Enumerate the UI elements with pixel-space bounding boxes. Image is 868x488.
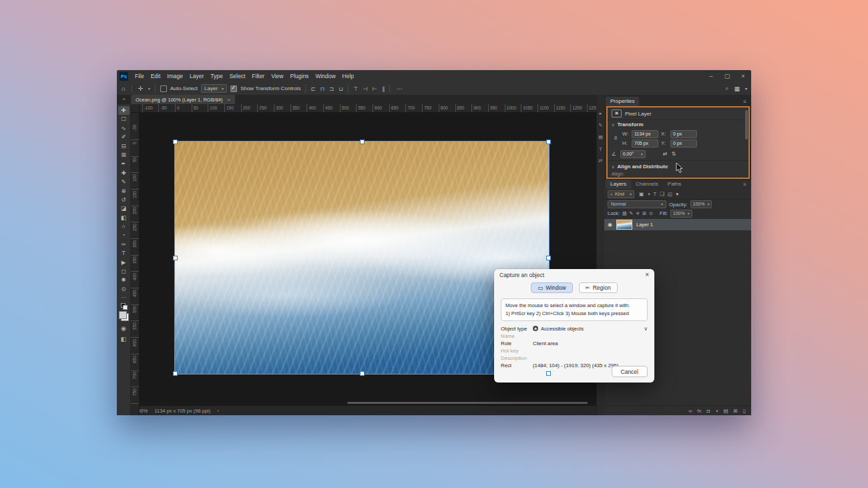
chevron-down-icon[interactable]: ∨ — [644, 326, 648, 332]
panel-menu-icon[interactable]: ≡ — [743, 182, 750, 188]
default-colors-icon[interactable] — [121, 303, 127, 308]
screen-mode-icon[interactable]: ◧ — [121, 336, 127, 342]
minimize-button[interactable]: – — [703, 70, 719, 82]
lock-position-icon[interactable]: ✛ — [636, 211, 640, 216]
rotation-field[interactable]: 0.00° ▾ — [620, 150, 646, 158]
link-layers-icon[interactable]: ∞ — [688, 408, 692, 414]
flip-horizontal-icon[interactable]: ⇄ — [663, 151, 668, 157]
color-swatches[interactable] — [119, 311, 129, 321]
align-left-icon[interactable]: ⊏ — [310, 85, 315, 92]
distribute-center-h-icon[interactable]: ⊣ — [363, 85, 367, 92]
object-selection-tool[interactable]: ✐ — [118, 133, 130, 142]
filter-adjustment-layers-icon[interactable]: ◑ — [647, 191, 650, 197]
transform-handle-top-middle[interactable] — [360, 140, 365, 144]
add-mask-icon[interactable]: ◘ — [706, 408, 710, 414]
quick-mask-icon[interactable]: ◉ — [121, 325, 126, 332]
layer-effects-icon[interactable]: fx — [698, 408, 702, 414]
active-tool-icon[interactable]: ✛ — [137, 85, 145, 92]
auto-select-checkbox[interactable] — [160, 85, 167, 92]
marquee-tool[interactable]: ☐ — [118, 115, 130, 124]
toolbar-collapse-icon[interactable]: » — [117, 95, 131, 104]
distribute-center-v-icon[interactable]: ∥ — [382, 85, 385, 92]
filter-toggle-icon[interactable]: ● — [676, 191, 679, 197]
layer-name[interactable]: Layer 1 — [636, 222, 653, 228]
transform-handle-bottom-middle[interactable] — [360, 371, 365, 376]
distribute-bottom-icon[interactable]: ⊢ — [373, 85, 377, 92]
opacity-dropdown[interactable]: 100% ▾ — [690, 200, 712, 208]
search-icon[interactable]: ⌕ — [725, 85, 728, 92]
dialog-close-icon[interactable]: × — [645, 271, 649, 278]
document-tab-close-icon[interactable]: × — [228, 97, 231, 103]
healing-brush-tool[interactable]: ✚ — [118, 169, 130, 178]
new-group-icon[interactable]: ▤ — [723, 408, 728, 414]
home-icon[interactable]: ⌂ — [120, 85, 127, 92]
menu-item-6[interactable]: Filter — [248, 73, 268, 79]
brush-tool[interactable]: ✎ — [118, 178, 130, 186]
properties-scrollbar[interactable] — [745, 110, 748, 140]
panel-menu-icon[interactable]: ≡ — [743, 99, 750, 105]
region-mode-button[interactable]: ✂ Region — [579, 282, 618, 293]
height-field[interactable]: 705 px — [632, 140, 658, 148]
align-center-h-icon[interactable]: ⊓ — [320, 85, 325, 92]
menu-item-7[interactable]: View — [268, 73, 286, 79]
ocean-image-layer[interactable] — [175, 142, 549, 374]
pen-tool[interactable]: ✑ — [118, 240, 130, 249]
dodge-tool[interactable]: ◔ — [118, 231, 130, 240]
tab-layers[interactable]: Layers — [606, 180, 631, 189]
menu-item-8[interactable]: Plugins — [286, 73, 312, 79]
status-chevron-icon[interactable]: › — [217, 408, 219, 414]
lasso-tool[interactable]: ∿ — [118, 124, 130, 133]
filter-type-layers-icon[interactable]: T — [654, 191, 657, 197]
menu-item-0[interactable]: File — [132, 73, 148, 79]
filter-pixel-layers-icon[interactable]: ▣ — [639, 191, 644, 197]
zoom-tool[interactable]: ⊙ — [118, 285, 130, 294]
transform-section-header[interactable]: ∨ Transform — [608, 120, 748, 129]
new-layer-icon[interactable]: ⊞ — [734, 408, 738, 414]
lock-transparency-icon[interactable]: ▨ — [622, 211, 627, 216]
transform-handle-bottom-left[interactable] — [173, 371, 178, 376]
transform-handle-middle-right[interactable] — [546, 256, 551, 260]
tab-properties[interactable]: Properties — [606, 97, 639, 106]
filter-smart-objects-icon[interactable]: ◰ — [668, 191, 672, 197]
dock-panel-icon-2[interactable]: ✎ — [599, 123, 603, 128]
align-top-icon[interactable]: ⊔ — [339, 85, 343, 92]
menu-item-1[interactable]: Edit — [148, 73, 164, 79]
foreground-color-swatch[interactable] — [119, 311, 127, 319]
transform-handle-top-left[interactable] — [173, 140, 178, 144]
shape-tool[interactable]: ◻ — [118, 267, 130, 276]
tab-paths[interactable]: Paths — [663, 180, 686, 189]
menu-item-3[interactable]: Layer — [186, 73, 207, 79]
path-selection-tool[interactable]: ▶ — [118, 258, 130, 267]
delete-layer-icon[interactable]: ▯ — [743, 408, 746, 414]
more-options-icon[interactable]: ⋯ — [395, 85, 404, 92]
eraser-tool[interactable]: ◪ — [118, 204, 130, 213]
gradient-tool[interactable]: ◧ — [118, 214, 130, 222]
eyedropper-tool[interactable]: ✒ — [118, 160, 130, 168]
fill-dropdown[interactable]: 100% ▾ — [670, 210, 692, 218]
hand-tool[interactable]: ✱ — [118, 276, 130, 284]
blend-mode-dropdown[interactable]: Normal ▾ — [608, 200, 666, 208]
tab-channels[interactable]: Channels — [631, 180, 663, 189]
transform-handle-middle-left[interactable] — [173, 256, 178, 260]
transform-handle-top-right[interactable] — [546, 140, 551, 144]
dock-panel-icon-1[interactable]: ▸ — [600, 111, 602, 116]
filter-shape-layers-icon[interactable]: ❏ — [660, 191, 664, 197]
width-field[interactable]: 1134 px — [632, 130, 658, 138]
x-field[interactable]: 0 px — [670, 130, 697, 138]
link-dimensions-icon[interactable]: 8 — [612, 130, 620, 146]
distribute-top-icon[interactable]: ⊤ — [353, 85, 358, 92]
cancel-button[interactable]: Cancel — [612, 366, 648, 377]
object-type-row[interactable]: Object type ◈ Accessible objects ∨ — [501, 326, 648, 332]
menu-item-9[interactable]: Window — [312, 73, 339, 79]
blur-tool[interactable]: ○ — [118, 222, 130, 231]
tool-preset-chevron-icon[interactable]: ▾ — [148, 86, 150, 91]
close-button[interactable]: × — [735, 70, 751, 82]
flip-vertical-icon[interactable]: ⇅ — [671, 151, 676, 157]
type-tool[interactable]: T — [118, 249, 130, 258]
align-right-icon[interactable]: ⊐ — [329, 85, 334, 92]
workspace-icon[interactable]: ▦ — [734, 85, 740, 92]
crop-tool[interactable]: ⊟ — [118, 142, 130, 151]
edit-toolbar-icon[interactable]: ⋯ — [121, 294, 126, 300]
y-field[interactable]: 0 px — [670, 140, 697, 148]
workspace-chevron-icon[interactable]: ▾ — [745, 86, 747, 91]
